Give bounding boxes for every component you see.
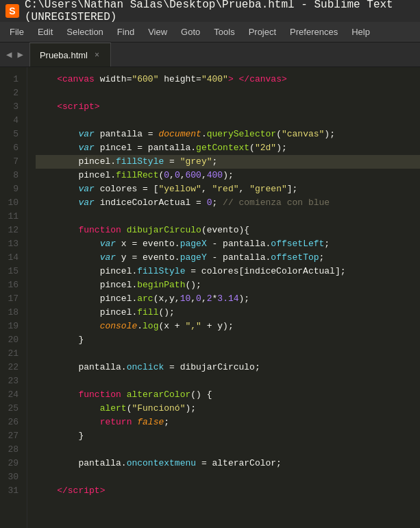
code-line-7: pincel.fillStyle = "grey"; — [36, 155, 420, 169]
menu-project[interactable]: Project — [242, 24, 283, 40]
code-line-8: pincel.fillRect(0,0,600,400); — [36, 169, 420, 182]
code-line-31: </script> — [36, 484, 420, 498]
code-line-11 — [36, 210, 420, 224]
line-num-14: 14 — [5, 251, 18, 265]
line-num-26: 26 — [5, 416, 18, 429]
line-num-27: 27 — [5, 429, 18, 443]
code-line-17: pincel.arc(x,y,10,0,2*3.14); — [36, 292, 420, 306]
code-line-25: alert("Funcionó"); — [36, 402, 420, 416]
window-title: C:\Users\Nathan Salas\Desktop\Prueba.htm… — [25, 0, 415, 23]
code-line-16: pincel.beginPath(); — [36, 278, 420, 292]
code-line-29: pantalla.oncontextmenu = alterarColor; — [36, 457, 420, 470]
line-num-25: 25 — [5, 402, 18, 416]
code-line-10: var indiceColorActual = 0; // comienza c… — [36, 196, 420, 210]
code-line-15: pincel.fillStyle = colores[indiceColorAc… — [36, 265, 420, 278]
line-num-15: 15 — [5, 265, 18, 278]
app-icon: S — [5, 4, 19, 18]
menu-tools[interactable]: Tools — [207, 24, 241, 40]
line-num-12: 12 — [5, 224, 18, 237]
line-num-29: 29 — [5, 457, 18, 470]
tab-next-button[interactable]: ▶ — [15, 47, 25, 62]
line-num-31: 31 — [5, 484, 18, 498]
line-num-6: 6 — [5, 141, 18, 155]
code-line-26: return false; — [36, 416, 420, 429]
menu-bar: File Edit Selection Find View Goto Tools… — [0, 22, 420, 43]
code-line-2 — [36, 86, 420, 100]
title-bar: S C:\Users\Nathan Salas\Desktop\Prueba.h… — [0, 0, 420, 22]
code-line-28 — [36, 443, 420, 457]
code-line-24: function alterarColor() { — [36, 388, 420, 402]
line-num-20: 20 — [5, 333, 18, 347]
line-num-22: 22 — [5, 361, 18, 374]
code-line-1: <canvas width="600" height="400"> </canv… — [36, 73, 420, 86]
tab-nav: ◀ ▶ — [0, 43, 29, 67]
menu-goto[interactable]: Goto — [174, 24, 207, 40]
menu-edit[interactable]: Edit — [31, 24, 60, 40]
tab-prev-button[interactable]: ◀ — [4, 47, 14, 62]
menu-find[interactable]: Find — [110, 24, 141, 40]
tab-label: Prueba.html — [40, 50, 88, 60]
menu-file[interactable]: File — [3, 24, 31, 40]
menu-help[interactable]: Help — [345, 24, 377, 40]
editor: 1 2 3 4 5 6 7 8 9 10 11 12 13 14 15 16 1… — [0, 67, 420, 528]
line-numbers: 1 2 3 4 5 6 7 8 9 10 11 12 13 14 15 16 1… — [0, 67, 27, 528]
code-line-13: var x = evento.pageX - pantalla.offsetLe… — [36, 237, 420, 251]
tab-bar: ◀ ▶ Prueba.html × — [0, 43, 420, 67]
line-num-11: 11 — [5, 210, 18, 224]
line-num-1: 1 — [5, 73, 18, 86]
line-num-10: 10 — [5, 196, 18, 210]
code-line-23 — [36, 374, 420, 388]
code-line-22: pantalla.onclick = dibujarCirculo; — [36, 361, 420, 374]
line-num-19: 19 — [5, 320, 18, 333]
code-line-21 — [36, 347, 420, 361]
line-num-17: 17 — [5, 292, 18, 306]
code-line-30 — [36, 470, 420, 484]
code-line-12: function dibujarCirculo(evento){ — [36, 224, 420, 237]
line-num-24: 24 — [5, 388, 18, 402]
line-num-28: 28 — [5, 443, 18, 457]
tab-close-button[interactable]: × — [93, 50, 101, 60]
code-line-9: var colores = ["yellow", "red", "green"]… — [36, 182, 420, 196]
code-editor[interactable]: <canvas width="600" height="400"> </canv… — [27, 67, 420, 528]
line-num-3: 3 — [5, 100, 18, 114]
code-line-19: console.log(x + "," + y); — [36, 320, 420, 333]
menu-selection[interactable]: Selection — [60, 24, 110, 40]
line-num-8: 8 — [5, 169, 18, 182]
code-line-6: var pincel = pantalla.getContext("2d"); — [36, 141, 420, 155]
menu-preferences[interactable]: Preferences — [283, 24, 345, 40]
code-line-5: var pantalla = document.querySelector("c… — [36, 128, 420, 141]
code-line-27: } — [36, 429, 420, 443]
svg-text:S: S — [9, 5, 15, 16]
menu-view[interactable]: View — [141, 24, 174, 40]
line-num-18: 18 — [5, 306, 18, 320]
line-num-2: 2 — [5, 86, 18, 100]
code-line-14: var y = evento.pageY - pantalla.offsetTo… — [36, 251, 420, 265]
code-line-20: } — [36, 333, 420, 347]
active-tab[interactable]: Prueba.html × — [29, 43, 111, 67]
code-line-3: <script> — [36, 100, 420, 114]
code-line-4 — [36, 114, 420, 128]
line-num-13: 13 — [5, 237, 18, 251]
line-num-16: 16 — [5, 278, 18, 292]
line-num-30: 30 — [5, 470, 18, 484]
line-num-7: 7 — [5, 155, 18, 169]
code-line-18: pincel.fill(); — [36, 306, 420, 320]
line-num-4: 4 — [5, 114, 18, 128]
line-num-9: 9 — [5, 182, 18, 196]
line-num-23: 23 — [5, 374, 18, 388]
line-num-5: 5 — [5, 128, 18, 141]
line-num-21: 21 — [5, 347, 18, 361]
